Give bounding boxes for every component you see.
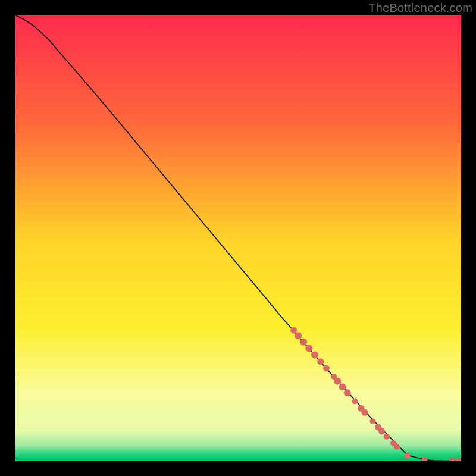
data-marker	[344, 389, 351, 396]
data-marker	[317, 358, 324, 365]
chart-background	[15, 15, 461, 461]
data-marker	[394, 444, 400, 450]
data-marker	[305, 345, 312, 352]
data-marker	[362, 409, 368, 416]
data-marker	[300, 339, 307, 346]
chart-stage: TheBottleneck.com	[0, 0, 476, 476]
bottleneck-chart	[15, 15, 461, 461]
attribution-label: TheBottleneck.com	[368, 1, 472, 15]
data-marker	[311, 352, 318, 359]
data-marker	[378, 428, 385, 434]
data-marker	[370, 418, 376, 424]
data-marker	[290, 327, 297, 334]
data-marker	[404, 453, 410, 459]
data-marker	[323, 365, 330, 372]
data-marker	[339, 384, 346, 391]
data-marker	[384, 434, 390, 440]
data-marker	[352, 399, 358, 405]
data-marker	[334, 378, 341, 385]
data-marker	[295, 332, 302, 339]
